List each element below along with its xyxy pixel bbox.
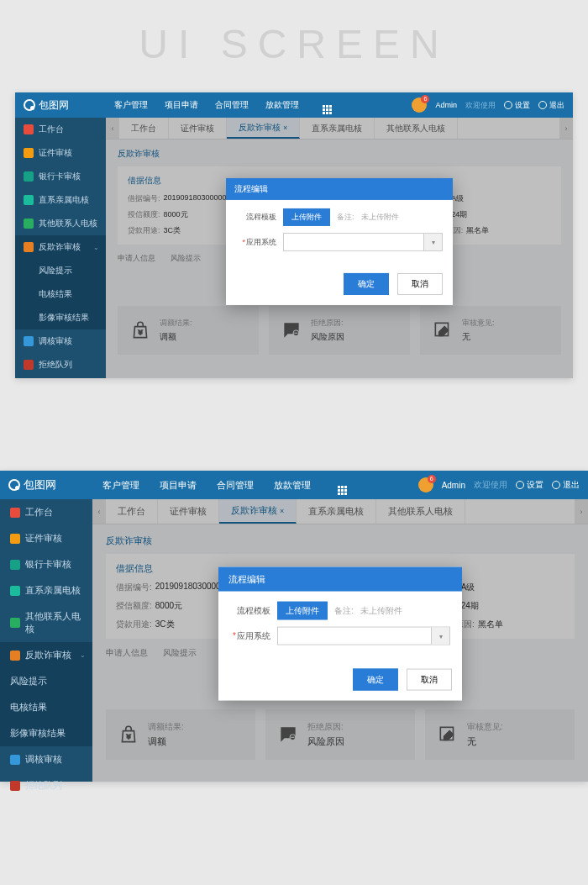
nav-grid[interactable] [321, 471, 357, 499]
sys-label: *应用系统 [230, 630, 270, 642]
sidebar-label: 拒绝队列 [39, 359, 72, 371]
avatar[interactable] [418, 477, 433, 493]
sidebar-label: 反欺诈审核 [39, 241, 81, 253]
sidebar-item[interactable]: 调核审核 [0, 746, 92, 772]
sidebar-label: 证件审核 [25, 532, 62, 545]
sidebar-icon [24, 219, 34, 229]
ok-button[interactable]: 确定 [353, 669, 398, 691]
modal: 流程编辑 流程模板 上传附件 备注: 未上传附件 *应用系统 ▾ [226, 178, 453, 305]
sidebar-item[interactable]: 反欺诈审核⌄ [0, 642, 92, 668]
sidebar-item[interactable]: 反欺诈审核⌄ [15, 235, 106, 259]
grid-icon [323, 105, 332, 114]
top-nav: 客户管理 项目申请 合同管理 放款管理 [106, 92, 340, 118]
avatar[interactable] [412, 97, 427, 113]
sidebar-item[interactable]: 工作台 [0, 499, 92, 525]
sidebar-icon [10, 618, 20, 628]
sidebar-item[interactable]: 银行卡审核 [15, 165, 106, 188]
sidebar-icon [24, 336, 34, 346]
nav-contract[interactable]: 合同管理 [207, 92, 257, 118]
upload-button[interactable]: 上传附件 [283, 208, 330, 226]
cancel-button[interactable]: 取消 [397, 273, 443, 295]
settings-label: 设置 [527, 479, 543, 491]
sidebar-icon [10, 586, 20, 596]
upload-button[interactable]: 上传附件 [277, 602, 328, 620]
nav-loan[interactable]: 放款管理 [264, 471, 321, 499]
sidebar-subitem[interactable]: 电核结果 [15, 282, 106, 306]
sidebar-icon [24, 195, 34, 205]
sys-select-input[interactable] [284, 234, 423, 250]
sidebar-label: 其他联系人电核 [25, 610, 82, 635]
modal: 流程编辑 流程模板 上传附件 备注: 未上传附件 *应用系统 ▾ [218, 567, 462, 701]
chevron-down-icon: ▾ [431, 628, 449, 645]
chevron-down-icon: ▾ [423, 234, 442, 250]
sidebar-item[interactable]: 直系亲属电核 [0, 577, 92, 603]
logo[interactable]: 包图网 [15, 98, 106, 113]
tpl-label: 流程模板 [236, 212, 276, 223]
user-name: Admin [435, 101, 457, 109]
sidebar-item[interactable]: 工作台 [15, 118, 106, 141]
nav-loan[interactable]: 放款管理 [257, 92, 307, 118]
background-title: UI SCREEN [0, 21, 588, 67]
main: ‹工作台证件审核反欺诈审核×直系亲属电核其他联系人电核› 反欺诈审核 借据信息 … [92, 499, 588, 782]
sidebar-label: 工作台 [39, 124, 64, 135]
nav-project[interactable]: 项目申请 [156, 92, 207, 118]
sidebar-subitem[interactable]: 电核结果 [0, 694, 92, 720]
topbar-right: Admin 欢迎使用 设置 退出 [418, 477, 580, 493]
sys-label: *应用系统 [236, 236, 276, 247]
nav-grid[interactable] [307, 92, 340, 118]
settings-label: 设置 [515, 100, 530, 111]
sidebar-subitem[interactable]: 影像审核结果 [15, 306, 106, 329]
sidebar-item[interactable]: 调核审核 [15, 329, 106, 353]
sidebar-label: 其他联系人电核 [39, 218, 97, 229]
sidebar-icon [10, 560, 20, 570]
sidebar-label: 拒绝队列 [25, 779, 62, 792]
sidebar-label: 直系亲属电核 [25, 584, 81, 597]
user-name: Admin [442, 481, 465, 490]
topbar-right: Admin 欢迎使用 设置 退出 [412, 97, 564, 113]
note-label: 备注: [337, 212, 354, 223]
topbar: 包图网 客户管理 项目申请 合同管理 放款管理 Admin 欢迎使用 设置 退出 [15, 92, 573, 118]
sys-select-input[interactable] [278, 628, 431, 645]
nav-customer[interactable]: 客户管理 [92, 471, 150, 499]
note-label: 备注: [334, 605, 354, 617]
modal-title: 流程编辑 [226, 178, 453, 200]
logout-link[interactable]: 退出 [552, 479, 580, 491]
sidebar: 工作台证件审核银行卡审核直系亲属电核其他联系人电核反欺诈审核⌄风险提示电核结果影… [15, 118, 106, 378]
logout-label: 退出 [563, 479, 580, 491]
sidebar-item[interactable]: 证件审核 [15, 141, 106, 165]
sidebar-subitem[interactable]: 影像审核结果 [0, 720, 92, 746]
sidebar-item[interactable]: 其他联系人电核 [15, 212, 106, 235]
nav-contract[interactable]: 合同管理 [207, 471, 264, 499]
sidebar-icon [10, 534, 20, 544]
sys-select[interactable]: ▾ [283, 233, 443, 251]
top-nav: 客户管理 项目申请 合同管理 放款管理 [92, 471, 357, 499]
sidebar-item[interactable]: 证件审核 [0, 525, 92, 551]
logout-label: 退出 [549, 100, 564, 111]
sidebar-item[interactable]: 其他联系人电核 [0, 603, 92, 642]
sidebar-icon [10, 755, 20, 765]
sidebar-item[interactable]: 拒绝队列 [0, 772, 92, 798]
sys-select[interactable]: ▾ [277, 627, 450, 645]
logo[interactable]: 包图网 [0, 477, 92, 493]
sidebar-subitem[interactable]: 风险提示 [15, 259, 106, 282]
grid-icon [338, 486, 347, 495]
nav-project[interactable]: 项目申请 [150, 471, 207, 499]
sidebar-item[interactable]: 直系亲属电核 [15, 188, 106, 212]
settings-link[interactable]: 设置 [516, 479, 543, 491]
note-val: 未上传附件 [360, 605, 402, 617]
sidebar: 工作台证件审核银行卡审核直系亲属电核其他联系人电核反欺诈审核⌄风险提示电核结果影… [0, 499, 92, 782]
sidebar-label: 银行卡审核 [25, 558, 71, 571]
nav-customer[interactable]: 客户管理 [106, 92, 156, 118]
logo-icon [24, 99, 35, 111]
sidebar-subitem[interactable]: 风险提示 [0, 668, 92, 694]
sidebar-label: 调核审核 [39, 335, 72, 347]
chevron-down-icon: ⌄ [93, 244, 99, 251]
cancel-button[interactable]: 取消 [407, 669, 452, 691]
user-greet: 欢迎使用 [474, 479, 507, 491]
settings-link[interactable]: 设置 [504, 100, 530, 111]
topbar: 包图网 客户管理 项目申请 合同管理 放款管理 Admin 欢迎使用 设置 退出 [0, 471, 588, 499]
sidebar-item[interactable]: 拒绝队列 [15, 353, 106, 377]
logout-link[interactable]: 退出 [538, 100, 564, 111]
ok-button[interactable]: 确定 [344, 273, 389, 295]
sidebar-item[interactable]: 银行卡审核 [0, 551, 92, 577]
